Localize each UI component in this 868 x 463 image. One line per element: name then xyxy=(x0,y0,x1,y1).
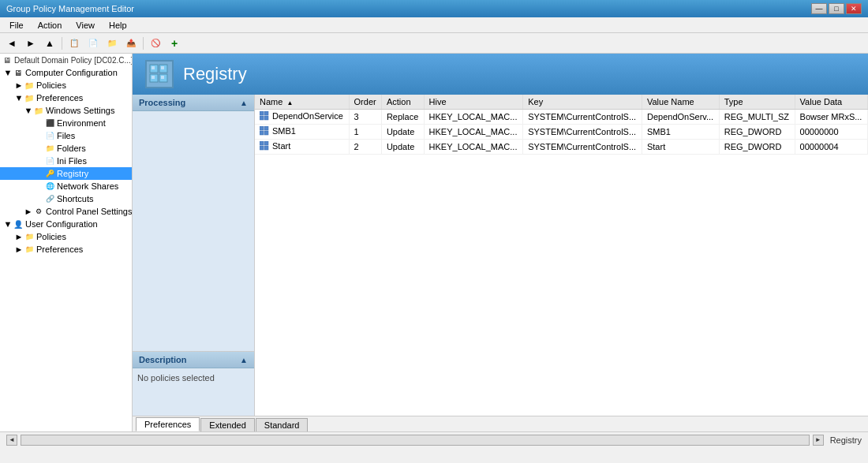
description-collapse-btn[interactable]: ▲ xyxy=(240,356,248,364)
description-header: Description ▲ xyxy=(133,352,254,368)
tree-root[interactable]: 🖥 Default Domain Policy [DC02.C...] xyxy=(0,54,132,66)
processing-collapse-btn[interactable]: ▲ xyxy=(240,99,248,107)
cell-key: SYSTEM\CurrentControlS... xyxy=(523,140,642,155)
cell-name: DependOnService xyxy=(255,110,349,125)
shortcuts-icon: 🔗 xyxy=(44,193,55,204)
folders-label: Folders xyxy=(57,144,86,153)
toolbar-delete[interactable]: 🚫 xyxy=(147,35,164,51)
table-row[interactable]: SMB1 1 Update HKEY_LOCAL_MAC... SYSTEM\C… xyxy=(255,125,868,140)
tree-environment[interactable]: ⬛ Environment xyxy=(0,117,132,129)
tree-folders[interactable]: 📁 Folders xyxy=(0,142,132,155)
tree-control-panel[interactable]: ► ⚙ Control Panel Settings xyxy=(0,205,132,218)
environment-icon: ⬛ xyxy=(44,118,55,129)
cell-name: Start xyxy=(255,140,349,155)
toolbar-paste[interactable]: 📄 xyxy=(84,35,102,51)
bottom-tabs: Preferences Extended Standard xyxy=(133,416,868,431)
col-name[interactable]: Name ▲ xyxy=(255,95,349,110)
right-panel: Registry Processing ▲ Description ▲ No p… xyxy=(133,54,868,431)
expand-preferences: ▼ xyxy=(14,93,24,103)
col-key[interactable]: Key xyxy=(523,95,642,110)
col-value-name[interactable]: Value Name xyxy=(642,95,719,110)
tab-standard[interactable]: Standard xyxy=(256,418,309,431)
files-icon: 📄 xyxy=(44,130,55,141)
scroll-track[interactable] xyxy=(21,435,810,446)
tree-computer-config[interactable]: ▼ 🖥 Computer Configuration xyxy=(0,66,132,79)
files-label: Files xyxy=(57,131,75,140)
tree-network-shares[interactable]: 🌐 Network Shares xyxy=(0,180,132,192)
user-config-icon: 👤 xyxy=(13,218,24,230)
description-label: Description xyxy=(139,355,187,364)
menu-action[interactable]: Action xyxy=(32,19,69,32)
maximize-button[interactable]: □ xyxy=(829,3,844,14)
registry-tree-icon: 🔑 xyxy=(44,168,55,179)
registry-page-title: Registry xyxy=(183,64,247,84)
toolbar-sep-2 xyxy=(143,37,144,50)
tab-preferences[interactable]: Preferences xyxy=(136,417,200,431)
tree-files[interactable]: 📄 Files xyxy=(0,129,132,142)
col-action[interactable]: Action xyxy=(381,95,424,110)
tree-preferences[interactable]: ▼ 📁 Preferences xyxy=(0,91,132,104)
toolbar-sep-1 xyxy=(62,37,62,50)
col-hive[interactable]: Hive xyxy=(424,95,523,110)
tree-panel: 🖥 Default Domain Policy [DC02.C...] ▼ 🖥 … xyxy=(0,54,133,431)
tree-user-config[interactable]: ▼ 👤 User Configuration xyxy=(0,218,132,230)
cell-type: REG_DWORD xyxy=(719,140,795,155)
close-button[interactable]: ✕ xyxy=(846,3,862,14)
toolbar-add[interactable]: + xyxy=(166,35,183,51)
toolbar-forward[interactable]: ► xyxy=(22,35,39,51)
cell-hive: HKEY_LOCAL_MAC... xyxy=(424,110,523,125)
expand-control-panel: ► xyxy=(24,207,33,216)
table-row[interactable]: Start 2 Update HKEY_LOCAL_MAC... SYSTEM\… xyxy=(255,140,868,155)
status-text: Registry xyxy=(830,435,862,445)
scroll-left-btn[interactable]: ◄ xyxy=(6,435,17,446)
computer-icon: 🖥 xyxy=(13,67,24,78)
toolbar-export[interactable]: 📤 xyxy=(122,35,140,51)
menu-view[interactable]: View xyxy=(69,19,101,32)
toolbar-folder[interactable]: 📁 xyxy=(103,35,121,51)
svg-rect-6 xyxy=(152,76,155,79)
table-row[interactable]: DependOnService 3 Replace HKEY_LOCAL_MAC… xyxy=(255,110,868,125)
tree-windows-settings[interactable]: ▼ 📁 Windows Settings xyxy=(0,104,132,117)
description-content: No policies selected xyxy=(133,368,254,416)
tree-user-policies[interactable]: ► 📁 Policies xyxy=(0,230,132,243)
processing-panel: Processing ▲ Description ▲ No policies s… xyxy=(133,95,255,416)
environment-label: Environment xyxy=(57,118,106,128)
user-preferences-label: Preferences xyxy=(36,245,83,254)
toolbar-back[interactable]: ◄ xyxy=(3,35,21,51)
expand-computer: ▼ xyxy=(3,68,13,77)
cell-action: Replace xyxy=(381,110,424,125)
cell-key: SYSTEM\CurrentControlS... xyxy=(523,110,642,125)
menu-file[interactable]: File xyxy=(3,19,30,32)
window-controls[interactable]: — □ ✕ xyxy=(811,3,862,14)
cell-order: 3 xyxy=(349,110,381,125)
toolbar-copy[interactable]: 📋 xyxy=(65,35,83,51)
tree-registry[interactable]: 🔑 Registry xyxy=(0,167,132,180)
svg-rect-7 xyxy=(161,76,164,79)
tree-shortcuts[interactable]: 🔗 Shortcuts xyxy=(0,192,132,205)
policies-label: Policies xyxy=(36,80,66,90)
tree-policies[interactable]: ► 📁 Policies xyxy=(0,79,132,91)
processing-label: Processing xyxy=(139,98,185,107)
tree-ini-files[interactable]: 📄 Ini Files xyxy=(0,155,132,167)
user-config-label: User Configuration xyxy=(25,219,98,229)
col-value-data[interactable]: Value Data xyxy=(795,95,867,110)
col-order[interactable]: Order xyxy=(349,95,381,110)
registry-label: Registry xyxy=(57,169,88,178)
cell-value-name: Start xyxy=(642,140,719,155)
table-area: Name ▲ Order Action Hive Key Value Name … xyxy=(255,95,868,416)
cell-value-name: SMB1 xyxy=(642,125,719,140)
svg-rect-17 xyxy=(264,141,268,145)
cell-action: Update xyxy=(381,140,424,155)
scroll-right-btn[interactable]: ► xyxy=(813,435,824,446)
tree-user-preferences[interactable]: ► 📁 Preferences xyxy=(0,243,132,256)
tab-extended[interactable]: Extended xyxy=(200,418,254,431)
toolbar-up[interactable]: ▲ xyxy=(41,35,58,51)
menu-bar: File Action View Help xyxy=(0,17,868,33)
windows-settings-icon: 📁 xyxy=(33,105,44,116)
minimize-button[interactable]: — xyxy=(811,3,827,14)
col-type[interactable]: Type xyxy=(719,95,795,110)
scroll-area: ◄ ► xyxy=(6,435,824,446)
menu-help[interactable]: Help xyxy=(103,19,133,32)
window-title: Group Policy Management Editor xyxy=(6,4,134,13)
svg-rect-5 xyxy=(161,66,164,69)
